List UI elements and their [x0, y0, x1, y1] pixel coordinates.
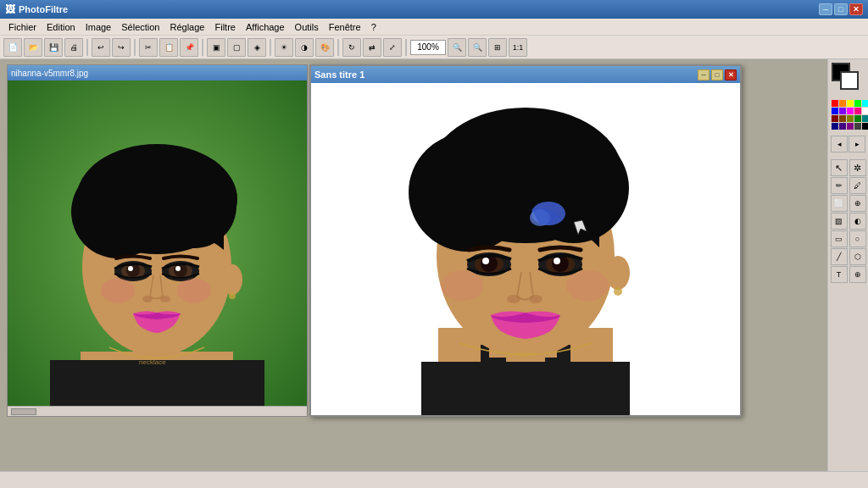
svg-point-45: [507, 295, 520, 303]
color-teal[interactable]: [862, 115, 869, 122]
right-panel: ◂ ▸ ↖ ✲ ✏ 🖊 ⬜ ⊕ ▨ ◐ ▭ ○ ╱ ⬡ T: [827, 59, 868, 471]
main-area: nihanna-v5mmr8.jpg: [0, 59, 868, 471]
window-left-scrollbar[interactable]: [8, 406, 307, 416]
window-right-controls[interactable]: ─ □ ✕: [698, 69, 737, 80]
resize-button[interactable]: ⤢: [383, 38, 402, 57]
color-yellow[interactable]: [847, 100, 854, 107]
zoom-input[interactable]: [410, 40, 446, 55]
window-left-content: necklace: [8, 80, 307, 406]
color-darkred[interactable]: [832, 115, 838, 122]
redo-button[interactable]: ↪: [112, 38, 131, 57]
text-tool[interactable]: T: [831, 266, 848, 283]
save-button[interactable]: 💾: [44, 38, 63, 57]
color-violet[interactable]: [847, 123, 854, 130]
fill-tool[interactable]: ▨: [831, 213, 848, 230]
menu-reglage[interactable]: Réglage: [165, 20, 210, 34]
scrollbar-thumb[interactable]: [11, 408, 36, 415]
color-white[interactable]: [862, 108, 869, 114]
menu-image[interactable]: Image: [81, 20, 117, 34]
menu-edition[interactable]: Edition: [42, 20, 81, 34]
color-cyan[interactable]: [862, 100, 869, 107]
toolbar: 📄 📂 💾 🖨 ↩ ↪ ✂ 📋 📌 ▣ ▢ ◈ ☀ ◑ 🎨 ↻ ⇄ ⤢ 🔍 🔍 …: [0, 36, 868, 59]
menu-fenetre[interactable]: Fenêtre: [324, 20, 366, 34]
color-orange[interactable]: [839, 100, 846, 107]
color-green[interactable]: [854, 100, 861, 107]
polygon-tool[interactable]: ⬡: [849, 248, 866, 265]
color-indigo[interactable]: [839, 123, 846, 130]
title-bar: 🖼 PhotoFiltre ─ □ ✕: [0, 0, 868, 19]
sep2: [134, 39, 136, 56]
contrast-button[interactable]: ◑: [295, 38, 314, 57]
hue-button[interactable]: 🎨: [315, 38, 334, 57]
zoom-in-button[interactable]: 🔍: [468, 38, 487, 57]
window-left-titlebar: nihanna-v5mmr8.jpg: [8, 65, 307, 80]
select-all-button[interactable]: ▣: [207, 38, 225, 57]
magic-wand-tool[interactable]: ✲: [849, 159, 866, 176]
color-olive[interactable]: [847, 115, 854, 122]
color-purple[interactable]: [839, 108, 846, 114]
color-red[interactable]: [832, 100, 838, 107]
invert-button[interactable]: ◈: [248, 38, 266, 57]
scroll-down-button[interactable]: ▸: [849, 136, 865, 152]
svg-rect-27: [421, 362, 630, 415]
svg-point-21: [229, 292, 236, 299]
line-tool[interactable]: ╱: [831, 248, 848, 265]
menu-outils[interactable]: Outils: [290, 20, 324, 34]
zoom-tool[interactable]: ⊕: [849, 266, 866, 283]
print-button[interactable]: 🖨: [64, 38, 83, 57]
brush-tool[interactable]: ✏: [831, 177, 848, 194]
svg-point-20: [222, 264, 242, 295]
maximize-button[interactable]: □: [834, 3, 848, 15]
svg-rect-5: [50, 360, 264, 406]
color-brown[interactable]: [839, 115, 846, 122]
background-color[interactable]: [840, 71, 859, 90]
color-darkgreen[interactable]: [854, 115, 861, 122]
svg-point-19: [160, 296, 170, 302]
color-navy[interactable]: [832, 123, 838, 130]
zoom-out-button[interactable]: 🔍: [448, 38, 466, 57]
cut-button[interactable]: ✂: [139, 38, 158, 57]
clone-tool[interactable]: ⊕: [849, 195, 866, 212]
close-button[interactable]: ✕: [849, 3, 863, 15]
gradient-tool[interactable]: ◐: [849, 213, 866, 230]
paste-button[interactable]: 📌: [180, 38, 198, 57]
svg-text:necklace: necklace: [506, 351, 537, 359]
menu-fichier[interactable]: Fichier: [3, 20, 42, 34]
color-darkgray[interactable]: [854, 123, 861, 130]
win-maximize-button[interactable]: □: [711, 69, 723, 80]
rotate-button[interactable]: ↻: [342, 38, 361, 57]
deselect-button[interactable]: ▢: [227, 38, 246, 57]
eyedrop-tool[interactable]: 🖊: [849, 177, 866, 194]
new-button[interactable]: 📄: [3, 38, 22, 57]
win-minimize-button[interactable]: ─: [698, 69, 709, 80]
color-blue[interactable]: [832, 108, 838, 114]
title-bar-controls[interactable]: ─ □ ✕: [819, 3, 863, 15]
win-close-button[interactable]: ✕: [725, 69, 737, 80]
left-image-svg: necklace: [8, 80, 307, 406]
brightness-button[interactable]: ☀: [275, 38, 293, 57]
scroll-up-button[interactable]: ◂: [831, 136, 848, 152]
tool-row-5: ▭ ○: [831, 230, 866, 247]
color-black[interactable]: [862, 123, 869, 130]
rect-tool[interactable]: ▭: [831, 230, 848, 247]
open-button[interactable]: 📂: [24, 38, 42, 57]
menu-help[interactable]: ?: [366, 20, 381, 34]
minimize-button[interactable]: ─: [819, 3, 832, 15]
zoom-fit-button[interactable]: ⊞: [488, 38, 507, 57]
undo-button[interactable]: ↩: [92, 38, 110, 57]
circle-tool[interactable]: ○: [849, 230, 866, 247]
color-magenta[interactable]: [847, 108, 854, 114]
copy-button[interactable]: 📋: [159, 38, 178, 57]
eraser-tool[interactable]: ⬜: [831, 195, 848, 212]
select-tool[interactable]: ↖: [831, 159, 848, 176]
svg-point-46: [529, 295, 542, 303]
flip-button[interactable]: ⇄: [363, 38, 381, 57]
window-right-content[interactable]: necklace: [311, 83, 740, 415]
title-bar-left: 🖼 PhotoFiltre: [5, 3, 68, 15]
color-pink[interactable]: [854, 108, 861, 114]
menu-selection[interactable]: Sélection: [116, 20, 164, 34]
zoom-actual-button[interactable]: 1:1: [509, 38, 527, 57]
menu-filtre[interactable]: Filtre: [209, 20, 240, 34]
svg-point-44: [554, 258, 560, 264]
menu-affichage[interactable]: Affichage: [241, 20, 290, 34]
